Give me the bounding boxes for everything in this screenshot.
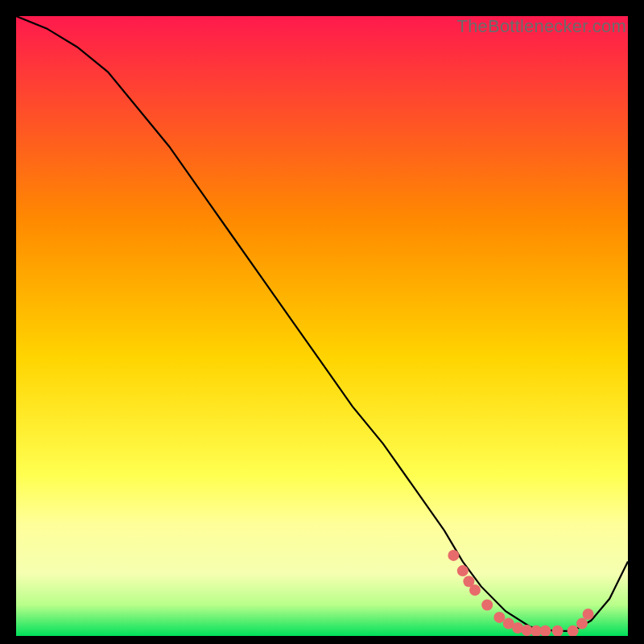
data-marker	[448, 550, 459, 561]
gradient-bg	[16, 16, 628, 636]
bottleneck-chart	[16, 16, 628, 636]
data-marker	[457, 565, 469, 576]
watermark-text: TheBottlenecker.com	[457, 16, 626, 37]
data-marker	[583, 609, 594, 620]
data-marker	[576, 618, 588, 630]
data-marker	[469, 584, 481, 596]
chart-frame: TheBottlenecker.com	[16, 16, 628, 636]
data-marker	[481, 600, 493, 611]
data-marker	[493, 612, 505, 623]
